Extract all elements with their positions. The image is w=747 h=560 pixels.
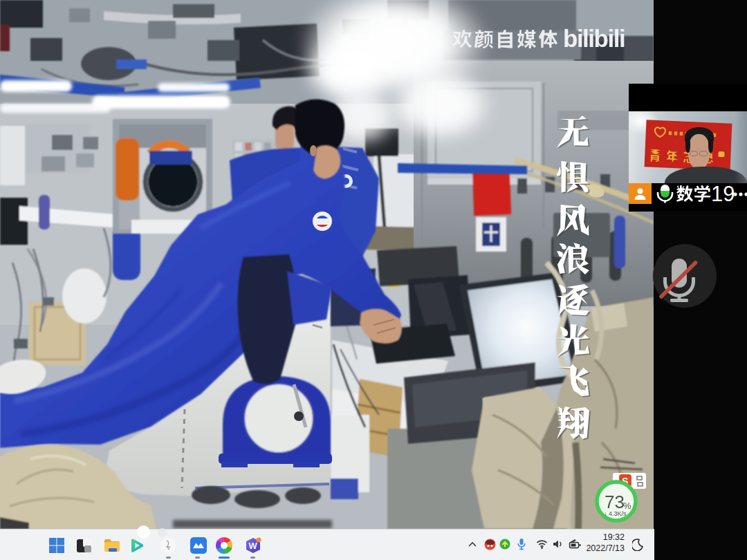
svg-text:%: % [623, 501, 631, 511]
svg-text:73: 73 [605, 492, 625, 512]
svg-text:bilibili: bilibili [563, 25, 625, 52]
svg-text:W: W [249, 541, 258, 551]
svg-text:↓ 4.3K/s: ↓ 4.3K/s [604, 510, 627, 517]
svg-text:19: 19 [711, 184, 735, 203]
